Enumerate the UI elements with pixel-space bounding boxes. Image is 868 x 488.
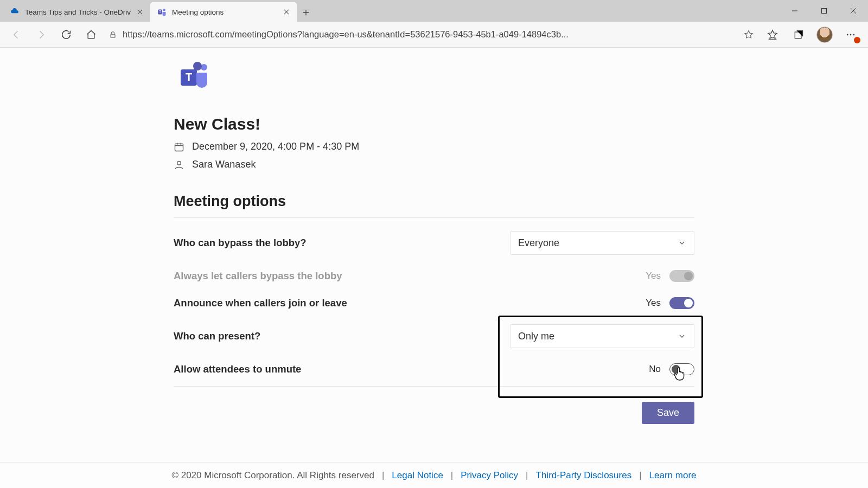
footer-copyright: © 2020 Microsoft Corporation. All Rights… <box>171 470 374 481</box>
avatar <box>816 27 833 43</box>
svg-rect-4 <box>111 34 115 37</box>
svg-point-8 <box>853 34 854 35</box>
forward-button[interactable] <box>29 23 53 47</box>
window-controls <box>780 0 868 22</box>
back-button[interactable] <box>4 23 28 47</box>
onedrive-icon <box>10 7 20 17</box>
callers-bypass-toggle <box>669 270 694 282</box>
svg-rect-13 <box>175 144 183 151</box>
window-minimize-button[interactable] <box>780 0 809 22</box>
teams-logo-icon: T <box>178 62 694 93</box>
divider <box>174 386 694 387</box>
option-label: Who can present? <box>174 330 260 342</box>
svg-point-9 <box>201 64 207 70</box>
address-bar[interactable]: https://teams.microsoft.com/meetingOptio… <box>104 25 758 44</box>
meeting-datetime-row: December 9, 2020, 4:00 PM - 4:30 PM <box>174 141 694 152</box>
meeting-organizer: Sara Wanasek <box>192 159 256 170</box>
teams-icon: T <box>157 7 167 17</box>
svg-text:T: T <box>159 10 161 14</box>
url-text: https://teams.microsoft.com/meetingOptio… <box>123 29 738 40</box>
footer-link-thirdparty[interactable]: Third-Party Disclosures <box>536 470 632 481</box>
svg-rect-3 <box>822 9 827 14</box>
notification-badge <box>854 37 860 43</box>
nav-bar: https://teams.microsoft.com/meetingOptio… <box>0 22 868 48</box>
footer-link-privacy[interactable]: Privacy Policy <box>461 470 518 481</box>
option-label: Allow attendees to unmute <box>174 363 301 375</box>
new-tab-button[interactable] <box>297 3 315 22</box>
footer-link-learnmore[interactable]: Learn more <box>649 470 697 481</box>
footer: © 2020 Microsoft Corporation. All Rights… <box>0 462 868 488</box>
tab-close-icon[interactable] <box>283 8 290 16</box>
window-close-button[interactable] <box>839 0 868 22</box>
option-label: Announce when callers join or leave <box>174 297 347 309</box>
option-label: Who can bypass the lobby? <box>174 237 307 249</box>
allow-unmute-toggle[interactable] <box>669 363 694 375</box>
menu-button[interactable] <box>838 23 864 47</box>
window-maximize-button[interactable] <box>809 0 839 22</box>
tab-title: Teams Tips and Tricks - OneDriv <box>25 8 131 16</box>
svg-text:T: T <box>186 71 192 83</box>
option-bypass-lobby: Who can bypass the lobby? Everyone <box>174 223 694 262</box>
svg-point-2 <box>163 9 165 11</box>
bypass-lobby-dropdown[interactable]: Everyone <box>510 231 694 255</box>
announce-toggle[interactable] <box>669 297 694 309</box>
tab-onedrive[interactable]: Teams Tips and Tricks - OneDriv <box>3 2 150 22</box>
meeting-title: New Class! <box>174 115 694 133</box>
option-announce: Announce when callers join or leave Yes <box>174 290 694 317</box>
toggle-value: Yes <box>646 298 661 309</box>
toggle-value: No <box>649 364 661 375</box>
svg-point-7 <box>850 34 852 35</box>
footer-link-legal[interactable]: Legal Notice <box>392 470 443 481</box>
home-button[interactable] <box>79 23 103 47</box>
collections-button[interactable] <box>786 23 812 47</box>
lock-icon <box>108 30 117 39</box>
tab-meeting-options[interactable]: T Meeting options <box>150 2 297 22</box>
refresh-button[interactable] <box>54 23 78 47</box>
toggle-value: Yes <box>646 271 661 281</box>
section-title: Meeting options <box>174 193 694 210</box>
save-button[interactable]: Save <box>642 402 694 424</box>
who-can-present-dropdown[interactable]: Only me <box>510 324 694 348</box>
chevron-down-icon <box>678 239 686 247</box>
tab-title: Meeting options <box>172 8 277 16</box>
meeting-organizer-row: Sara Wanasek <box>174 159 694 170</box>
chevron-down-icon <box>678 332 686 341</box>
favorite-star-outline-icon[interactable] <box>743 29 754 40</box>
svg-point-14 <box>177 161 181 165</box>
divider <box>174 217 694 218</box>
tab-close-icon[interactable] <box>136 8 144 16</box>
option-callers-bypass: Always let callers bypass the lobby Yes <box>174 262 694 290</box>
page-body: T New Class! December 9, 2020, 4:00 PM -… <box>0 48 868 488</box>
svg-point-10 <box>193 62 202 70</box>
profile-button[interactable] <box>812 23 838 47</box>
option-allow-unmute: Allow attendees to unmute No <box>174 356 694 383</box>
dropdown-value: Only me <box>518 331 554 342</box>
option-who-can-present: Who can present? Only me <box>174 317 694 356</box>
favorites-button[interactable] <box>760 23 786 47</box>
dropdown-value: Everyone <box>518 237 559 249</box>
calendar-icon <box>174 142 184 152</box>
option-label: Always let callers bypass the lobby <box>174 270 342 282</box>
person-icon <box>174 159 184 170</box>
meeting-datetime: December 9, 2020, 4:00 PM - 4:30 PM <box>192 141 359 152</box>
tab-strip: Teams Tips and Tricks - OneDriv T Meetin… <box>0 0 868 22</box>
svg-point-6 <box>847 34 848 35</box>
